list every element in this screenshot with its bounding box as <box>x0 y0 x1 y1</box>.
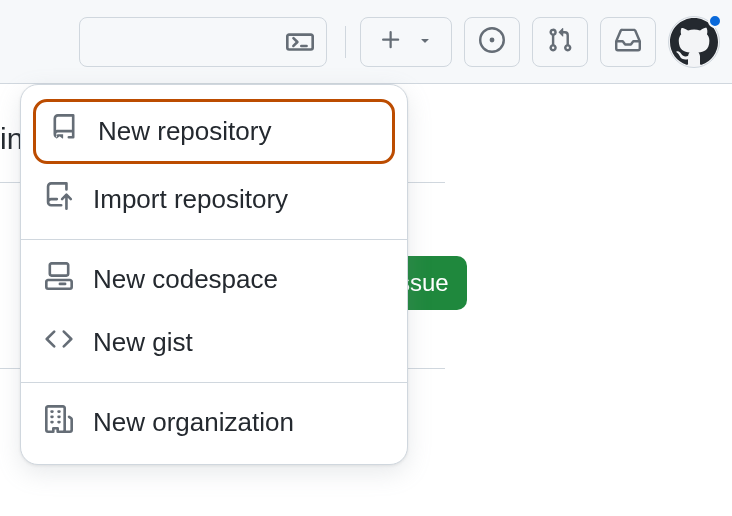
notifications-button[interactable] <box>600 17 656 67</box>
menu-separator <box>21 239 407 240</box>
search-box[interactable] <box>79 17 327 67</box>
menu-item-label: New gist <box>93 327 193 358</box>
menu-item-label: Import repository <box>93 184 288 215</box>
notification-indicator <box>708 14 722 28</box>
command-palette-icon <box>286 28 314 56</box>
code-icon <box>45 325 73 360</box>
repo-icon <box>50 114 78 149</box>
pull-requests-button[interactable] <box>532 17 588 67</box>
menu-item-new-repository[interactable]: New repository <box>33 99 395 164</box>
menu-item-new-organization[interactable]: New organization <box>21 391 407 454</box>
repo-push-icon <box>45 182 73 217</box>
codespaces-icon <box>45 262 73 297</box>
menu-item-label: New repository <box>98 116 271 147</box>
git-pull-request-icon <box>547 27 573 57</box>
plus-icon <box>379 28 403 56</box>
menu-item-new-codespace[interactable]: New codespace <box>21 248 407 311</box>
menu-separator <box>21 382 407 383</box>
caret-down-icon <box>417 32 433 52</box>
inbox-icon <box>615 27 641 57</box>
issue-opened-icon <box>479 27 505 57</box>
menu-item-new-gist[interactable]: New gist <box>21 311 407 374</box>
create-new-dropdown: New repository Import repository New cod… <box>20 84 408 465</box>
issues-button[interactable] <box>464 17 520 67</box>
toolbar-divider <box>345 26 346 58</box>
organization-icon <box>45 405 73 440</box>
menu-item-import-repository[interactable]: Import repository <box>21 168 407 231</box>
menu-item-label: New organization <box>93 407 294 438</box>
menu-item-label: New codespace <box>93 264 278 295</box>
create-new-button[interactable] <box>360 17 452 67</box>
user-avatar[interactable] <box>668 16 720 68</box>
header-toolbar <box>0 0 732 84</box>
